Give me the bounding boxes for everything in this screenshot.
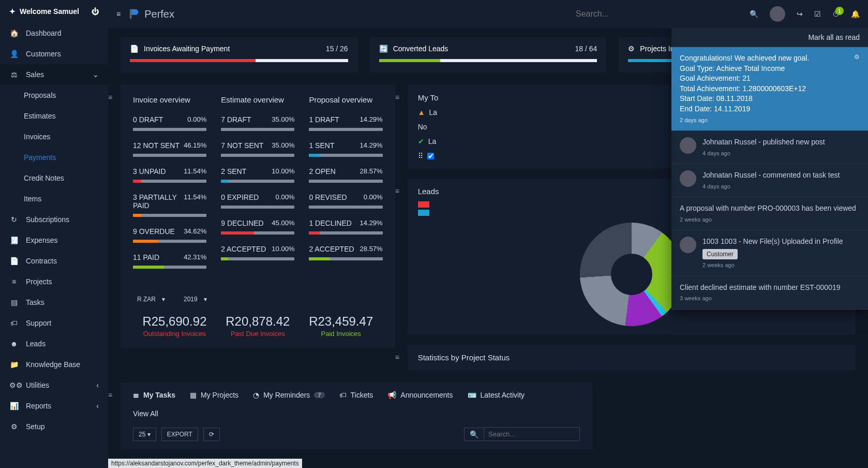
sidebar-item-setup[interactable]: ⚙Setup (0, 416, 108, 437)
global-search-input[interactable] (576, 6, 741, 22)
tab-tickets[interactable]: 🏷Tickets (339, 391, 373, 399)
overview-item[interactable]: 7 DRAFT35.00% (221, 115, 294, 131)
refresh-button[interactable]: ⟳ (203, 428, 220, 441)
sidebar-item-expenses[interactable]: 🧾Expenses (0, 230, 108, 251)
drag-handle-icon[interactable]: ≡ (395, 353, 399, 361)
brand[interactable]: Perfex (129, 8, 174, 20)
overview-item[interactable]: 2 ACCEPTED10.00% (221, 245, 294, 260)
overview-bar (133, 128, 206, 131)
sidebar-item-knowledge-base[interactable]: 📁Knowledge Base (0, 354, 108, 375)
sidebar-item-utilities[interactable]: ⚙⚙Utilities‹ (0, 375, 108, 396)
sidebar-item-label: Expenses (26, 236, 57, 244)
sidebar-subitem-estimates[interactable]: Estimates (0, 106, 108, 126)
overview-bar (133, 240, 206, 243)
sidebar-subitem-payments[interactable]: Payments (0, 147, 108, 168)
sidebar-item-sales[interactable]: ⚖Sales⌄ (0, 64, 108, 85)
tab-my-projects[interactable]: ▦My Projects (190, 391, 238, 399)
overview-item[interactable]: 7 NOT SENT35.00% (221, 141, 294, 157)
overview-item[interactable]: 3 PARTIALLY PAID11.54% (133, 193, 206, 217)
notification-item[interactable]: Johnatan Russel - commented on task test… (671, 164, 868, 197)
warn-icon: ▲ (418, 108, 425, 116)
search-icon[interactable]: 🔍 (464, 428, 484, 441)
check-icon[interactable]: ☑ (814, 10, 821, 18)
overview-item[interactable]: 0 REVISED0.00% (309, 193, 382, 209)
drag-handle-icon[interactable]: ≡ (395, 93, 399, 101)
drag-handle-icon[interactable]: ≡ (108, 93, 112, 101)
bell-icon[interactable]: 🔔 (851, 10, 860, 18)
page-size-select[interactable]: 25 ▾ (133, 428, 156, 441)
overview-item-label: 1 DRAFT (309, 115, 339, 124)
money-stat: R20,878.42Past Due Invoices (226, 314, 290, 338)
sidebar-item-reports[interactable]: 📊Reports‹ (0, 396, 108, 416)
tag-icon: 🏷 (9, 319, 19, 327)
year-select[interactable]: 2019 ▾ (179, 294, 211, 305)
export-button[interactable]: EXPORT (161, 428, 198, 441)
sidebar: ✦ Welcome Samuel ⏻ 🏠Dashboard👤Customers⚖… (0, 0, 108, 468)
avatar[interactable] (770, 6, 785, 22)
clock-icon: ◔ (253, 391, 259, 399)
drag-handle-icon[interactable]: ≡ (108, 391, 112, 399)
sidebar-subitem-proposals[interactable]: Proposals (0, 85, 108, 106)
stat-bar (130, 59, 348, 62)
overview-item[interactable]: 1 SENT14.29% (309, 141, 382, 157)
search-icon[interactable]: 🔍 (750, 10, 758, 18)
table-search-input[interactable] (484, 427, 580, 441)
timer-icon[interactable]: ⏱1 (832, 10, 840, 18)
overview-item[interactable]: 2 ACCEPTED28.57% (309, 245, 382, 260)
sidebar-item-subscriptions[interactable]: ↻Subscriptions (0, 209, 108, 230)
overview-item[interactable]: 0 EXPIRED0.00% (221, 193, 294, 209)
overview-item[interactable]: 11 PAID42.31% (133, 253, 206, 269)
overview-item[interactable]: 9 DECLINED45.00% (221, 219, 294, 235)
sidebar-subitem-credit-notes[interactable]: Credit Notes (0, 168, 108, 188)
gear-icon[interactable]: ⚙ (854, 53, 860, 124)
view-all-link[interactable]: View All (133, 410, 580, 418)
forward-icon[interactable]: ↪ (797, 10, 803, 18)
overview-item-label: 1 SENT (309, 141, 334, 150)
sidebar-item-contracts[interactable]: 📄Contracts (0, 251, 108, 271)
notification-item[interactable]: 1003 1003 - New File(s) Uploaded in Prof… (671, 230, 868, 276)
power-icon[interactable]: ⏻ (92, 7, 99, 16)
overview-item[interactable]: 9 OVERDUE34.62% (133, 227, 206, 243)
overview-item[interactable]: 0 DRAFT0.00% (133, 115, 206, 131)
welcome-text: Welcome Samuel (20, 7, 79, 16)
sidebar-subitem-invoices[interactable]: Invoices (0, 126, 108, 147)
sidebar-item-dashboard[interactable]: 🏠Dashboard (0, 23, 108, 43)
overview-item[interactable]: 1 DRAFT14.29% (309, 115, 382, 131)
tab-my-reminders[interactable]: ◔My Reminders7 (253, 391, 324, 399)
todo-checkbox[interactable] (427, 153, 434, 159)
notification-item[interactable]: Congratulations! We achieved new goal.Go… (671, 47, 868, 131)
overview-item[interactable]: 12 NOT SENT46.15% (133, 141, 206, 157)
drag-handle-icon[interactable]: ≡ (395, 187, 399, 195)
sidebar-item-tasks[interactable]: ▤Tasks (0, 292, 108, 313)
tab-announcements[interactable]: 📢Announcements (387, 391, 453, 399)
notification-text: Johnatan Russel - published new post4 da… (702, 137, 860, 157)
share-icon: ✦ (9, 7, 16, 16)
tab-my-tasks[interactable]: ≣My Tasks (133, 391, 175, 399)
notification-item[interactable]: A proposal with number PRO-000003 has be… (671, 197, 868, 230)
overview-column: Proposal overview1 DRAFT14.29%1 SENT14.2… (309, 95, 382, 279)
overview-item-pct: 42.31% (184, 253, 206, 261)
sidebar-item-customers[interactable]: 👤Customers (0, 43, 108, 64)
menu-toggle-icon[interactable]: ≡ (116, 10, 121, 18)
overview-item[interactable]: 1 DECLINED14.29% (309, 219, 382, 235)
stat-icon: ⚙ (628, 45, 635, 53)
notification-item[interactable]: Client declined estimate with number EST… (671, 276, 868, 310)
overview-item[interactable]: 2 SENT10.00% (221, 167, 294, 183)
overview-item[interactable]: 2 OPEN28.57% (309, 167, 382, 183)
sidebar-item-leads[interactable]: ☻Leads (0, 333, 108, 354)
sidebar-item-support[interactable]: 🏷Support (0, 313, 108, 333)
overview-item-label: 3 UNPAID (133, 167, 166, 176)
sidebar-subitem-items[interactable]: Items (0, 188, 108, 209)
stat-card[interactable]: 📄Invoices Awaiting Payment15 / 26 (121, 37, 357, 72)
notification-text: Johnatan Russel - commented on task test… (702, 170, 860, 191)
overview-item[interactable]: 3 UNPAID11.54% (133, 167, 206, 183)
sidebar-item-projects[interactable]: ≡Projects (0, 271, 108, 292)
notification-item[interactable]: Johnatan Russel - published new post4 da… (671, 131, 868, 164)
overview-bar (309, 180, 382, 183)
stat-card[interactable]: 🔄Converted Leads18 / 64 (370, 37, 607, 72)
mark-all-read-button[interactable]: Mark all as read (671, 28, 868, 47)
currency-select[interactable]: R ZAR ▾ (133, 294, 169, 305)
tab-latest-activity[interactable]: 🪪Latest Activity (468, 391, 525, 399)
grip-icon[interactable]: ⠿ (418, 152, 423, 160)
overview-bar (309, 206, 382, 209)
